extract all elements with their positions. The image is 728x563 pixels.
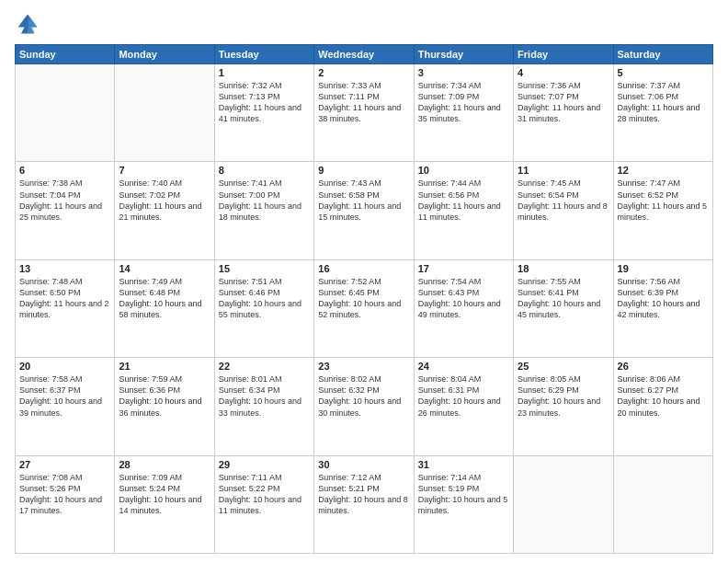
day-number: 21 [119, 361, 210, 372]
day-info: Sunrise: 7:12 AM Sunset: 5:21 PM Dayligh… [318, 472, 409, 517]
calendar-cell: 26Sunrise: 8:06 AM Sunset: 6:27 PM Dayli… [613, 358, 712, 455]
calendar-cell [613, 455, 712, 553]
day-number: 4 [518, 67, 609, 78]
day-info: Sunrise: 7:56 AM Sunset: 6:39 PM Dayligh… [618, 276, 709, 321]
day-number: 28 [119, 459, 210, 470]
day-info: Sunrise: 7:45 AM Sunset: 6:54 PM Dayligh… [518, 178, 609, 223]
day-number: 23 [318, 361, 409, 372]
calendar-cell [514, 455, 613, 553]
day-info: Sunrise: 7:47 AM Sunset: 6:52 PM Dayligh… [618, 178, 709, 223]
day-info: Sunrise: 7:58 AM Sunset: 6:37 PM Dayligh… [19, 373, 110, 419]
day-number: 30 [318, 459, 409, 470]
calendar-cell: 6Sunrise: 7:38 AM Sunset: 7:04 PM Daylig… [16, 162, 115, 259]
calendar-cell: 24Sunrise: 8:04 AM Sunset: 6:31 PM Dayli… [414, 358, 513, 455]
day-number: 27 [19, 459, 110, 470]
day-info: Sunrise: 7:52 AM Sunset: 6:45 PM Dayligh… [318, 276, 409, 321]
calendar-cell: 30Sunrise: 7:12 AM Sunset: 5:21 PM Dayli… [314, 455, 414, 553]
day-info: Sunrise: 8:06 AM Sunset: 6:27 PM Dayligh… [618, 373, 709, 419]
day-number: 18 [518, 263, 609, 274]
day-number: 20 [19, 361, 110, 372]
day-number: 9 [318, 165, 409, 176]
calendar-cell: 8Sunrise: 7:41 AM Sunset: 7:00 PM Daylig… [214, 162, 313, 259]
logo [15, 11, 44, 37]
day-number: 10 [418, 165, 509, 176]
day-info: Sunrise: 7:41 AM Sunset: 7:00 PM Dayligh… [219, 178, 310, 223]
day-number: 31 [418, 459, 509, 470]
calendar-cell: 25Sunrise: 8:05 AM Sunset: 6:29 PM Dayli… [514, 358, 613, 455]
weekday-header-wednesday: Wednesday [314, 45, 414, 64]
day-info: Sunrise: 7:49 AM Sunset: 6:48 PM Dayligh… [119, 276, 210, 321]
weekday-header-friday: Friday [514, 45, 613, 64]
day-number: 24 [418, 361, 509, 372]
day-number: 17 [418, 263, 509, 274]
calendar-cell: 10Sunrise: 7:44 AM Sunset: 6:56 PM Dayli… [414, 162, 513, 259]
day-number: 14 [119, 263, 210, 274]
day-number: 12 [618, 165, 709, 176]
day-number: 3 [418, 67, 509, 78]
day-number: 8 [219, 165, 310, 176]
calendar-cell: 31Sunrise: 7:14 AM Sunset: 5:19 PM Dayli… [414, 455, 513, 553]
day-info: Sunrise: 8:05 AM Sunset: 6:29 PM Dayligh… [518, 373, 609, 419]
calendar-cell: 5Sunrise: 7:37 AM Sunset: 7:06 PM Daylig… [613, 64, 712, 162]
calendar-cell: 3Sunrise: 7:34 AM Sunset: 7:09 PM Daylig… [414, 64, 513, 162]
day-number: 6 [19, 165, 110, 176]
calendar-cell: 12Sunrise: 7:47 AM Sunset: 6:52 PM Dayli… [613, 162, 712, 259]
week-row-3: 13Sunrise: 7:48 AM Sunset: 6:50 PM Dayli… [16, 259, 713, 357]
day-number: 19 [618, 263, 709, 274]
day-info: Sunrise: 7:11 AM Sunset: 5:22 PM Dayligh… [219, 472, 310, 517]
calendar-cell: 15Sunrise: 7:51 AM Sunset: 6:46 PM Dayli… [214, 259, 313, 357]
day-info: Sunrise: 7:32 AM Sunset: 7:13 PM Dayligh… [219, 80, 310, 125]
day-number: 5 [618, 67, 709, 78]
day-number: 25 [518, 361, 609, 372]
page: SundayMondayTuesdayWednesdayThursdayFrid… [0, 0, 728, 563]
day-info: Sunrise: 7:51 AM Sunset: 6:46 PM Dayligh… [219, 276, 310, 321]
day-info: Sunrise: 7:43 AM Sunset: 6:58 PM Dayligh… [318, 178, 409, 223]
weekday-header-saturday: Saturday [613, 45, 712, 64]
day-number: 26 [618, 361, 709, 372]
weekday-header-thursday: Thursday [414, 45, 513, 64]
header [15, 11, 713, 37]
calendar-cell: 2Sunrise: 7:33 AM Sunset: 7:11 PM Daylig… [314, 64, 414, 162]
calendar-cell: 23Sunrise: 8:02 AM Sunset: 6:32 PM Dayli… [314, 358, 414, 455]
day-info: Sunrise: 7:36 AM Sunset: 7:07 PM Dayligh… [518, 80, 609, 125]
calendar-cell: 7Sunrise: 7:40 AM Sunset: 7:02 PM Daylig… [115, 162, 214, 259]
day-info: Sunrise: 8:02 AM Sunset: 6:32 PM Dayligh… [318, 373, 409, 419]
weekday-header-sunday: Sunday [16, 45, 115, 64]
week-row-5: 27Sunrise: 7:08 AM Sunset: 5:26 PM Dayli… [16, 455, 713, 553]
day-info: Sunrise: 7:44 AM Sunset: 6:56 PM Dayligh… [418, 178, 509, 223]
weekday-header-monday: Monday [115, 45, 214, 64]
day-info: Sunrise: 7:55 AM Sunset: 6:41 PM Dayligh… [518, 276, 609, 321]
day-number: 16 [318, 263, 409, 274]
day-info: Sunrise: 7:37 AM Sunset: 7:06 PM Dayligh… [618, 80, 709, 125]
day-info: Sunrise: 8:01 AM Sunset: 6:34 PM Dayligh… [219, 373, 310, 419]
calendar-cell: 17Sunrise: 7:54 AM Sunset: 6:43 PM Dayli… [414, 259, 513, 357]
calendar: SundayMondayTuesdayWednesdayThursdayFrid… [15, 44, 713, 554]
day-info: Sunrise: 7:34 AM Sunset: 7:09 PM Dayligh… [418, 80, 509, 125]
day-info: Sunrise: 8:04 AM Sunset: 6:31 PM Dayligh… [418, 373, 509, 419]
day-info: Sunrise: 7:59 AM Sunset: 6:36 PM Dayligh… [119, 373, 210, 419]
calendar-cell: 22Sunrise: 8:01 AM Sunset: 6:34 PM Dayli… [214, 358, 313, 455]
day-info: Sunrise: 7:40 AM Sunset: 7:02 PM Dayligh… [119, 178, 210, 223]
day-number: 29 [219, 459, 310, 470]
calendar-cell: 16Sunrise: 7:52 AM Sunset: 6:45 PM Dayli… [314, 259, 414, 357]
week-row-2: 6Sunrise: 7:38 AM Sunset: 7:04 PM Daylig… [16, 162, 713, 259]
day-number: 22 [219, 361, 310, 372]
day-number: 7 [119, 165, 210, 176]
calendar-cell: 11Sunrise: 7:45 AM Sunset: 6:54 PM Dayli… [514, 162, 613, 259]
day-number: 15 [219, 263, 310, 274]
calendar-cell: 13Sunrise: 7:48 AM Sunset: 6:50 PM Dayli… [16, 259, 115, 357]
weekday-header-row: SundayMondayTuesdayWednesdayThursdayFrid… [16, 45, 713, 64]
calendar-cell: 28Sunrise: 7:09 AM Sunset: 5:24 PM Dayli… [115, 455, 214, 553]
calendar-cell: 29Sunrise: 7:11 AM Sunset: 5:22 PM Dayli… [214, 455, 313, 553]
day-info: Sunrise: 7:33 AM Sunset: 7:11 PM Dayligh… [318, 80, 409, 125]
calendar-cell: 27Sunrise: 7:08 AM Sunset: 5:26 PM Dayli… [16, 455, 115, 553]
calendar-cell: 4Sunrise: 7:36 AM Sunset: 7:07 PM Daylig… [514, 64, 613, 162]
week-row-4: 20Sunrise: 7:58 AM Sunset: 6:37 PM Dayli… [16, 358, 713, 455]
calendar-cell [16, 64, 115, 162]
day-info: Sunrise: 7:54 AM Sunset: 6:43 PM Dayligh… [418, 276, 509, 321]
calendar-cell [115, 64, 214, 162]
day-info: Sunrise: 7:09 AM Sunset: 5:24 PM Dayligh… [119, 472, 210, 517]
calendar-cell: 20Sunrise: 7:58 AM Sunset: 6:37 PM Dayli… [16, 358, 115, 455]
week-row-1: 1Sunrise: 7:32 AM Sunset: 7:13 PM Daylig… [16, 64, 713, 162]
calendar-cell: 19Sunrise: 7:56 AM Sunset: 6:39 PM Dayli… [613, 259, 712, 357]
